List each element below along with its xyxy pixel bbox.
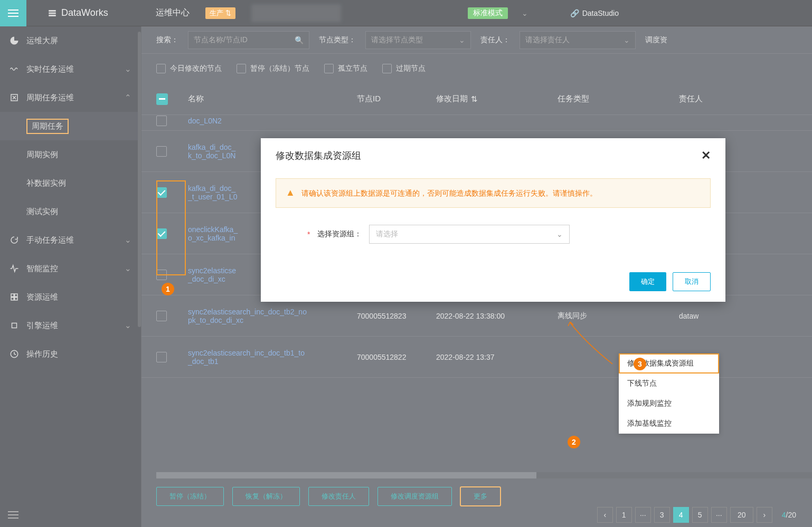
annotation-1: 1: [162, 283, 174, 295]
annotation-3: 3: [634, 358, 646, 370]
chevron-down-icon: ⌄: [556, 230, 563, 238]
warning-icon: ▲: [286, 187, 295, 199]
dd-add-rule[interactable]: 添加规则监控: [619, 394, 719, 414]
dd-offline-node[interactable]: 下线节点: [619, 373, 719, 394]
ok-button[interactable]: 确定: [629, 272, 666, 291]
modal-change-di-rg: 修改数据集成资源组 ✕ ▲ 请确认该资源组上数据源是可连通的，否则可能造成数据集…: [261, 138, 725, 302]
required-mark: *: [307, 230, 310, 238]
cancel-button[interactable]: 取消: [673, 272, 711, 291]
placeholder: 请选择: [376, 229, 398, 239]
resource-group-select[interactable]: 请选择 ⌄: [369, 225, 570, 244]
annotation-2: 2: [568, 436, 580, 448]
alert-text: 请确认该资源组上数据源是可连通的，否则可能造成数据集成任务运行失败。请谨慎操作。: [301, 187, 597, 199]
close-icon[interactable]: ✕: [701, 149, 711, 162]
field-label: 选择资源组：: [317, 229, 362, 239]
modal-title: 修改数据集成资源组: [276, 149, 361, 162]
dd-add-baseline[interactable]: 添加基线监控: [619, 414, 719, 434]
warning-alert: ▲ 请确认该资源组上数据源是可连通的，否则可能造成数据集成任务运行失败。请谨慎操…: [276, 178, 711, 208]
